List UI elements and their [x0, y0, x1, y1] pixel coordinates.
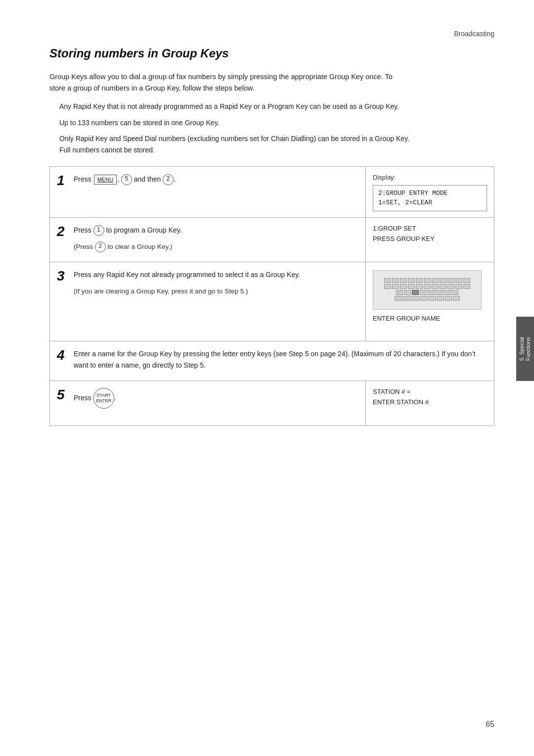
kb-k18	[432, 284, 439, 289]
step-3-right: ENTER GROUP NAME	[365, 262, 494, 341]
step-2-number: 2	[57, 225, 69, 238]
kb-k1	[384, 278, 391, 283]
kb-k16	[416, 284, 423, 289]
kb-k12	[384, 284, 391, 289]
key-2-step2: 2	[95, 241, 106, 252]
kb-k24	[404, 290, 411, 295]
kb-k37	[453, 296, 460, 301]
step-2-sub: (Press 2 to clear a Group Key.)	[74, 241, 356, 252]
step-5-display-line1: STATION # =	[373, 387, 487, 397]
side-tab-text: 5. SpecialFunctions	[519, 337, 532, 361]
steps-container: 1 Press MENU, 5 and then 2. Display: 2:G…	[49, 166, 494, 426]
kb-k15	[408, 284, 415, 289]
start-key-bottom: ENTER	[96, 398, 111, 404]
step-3-left: 3 Press any Rapid Key not already progra…	[50, 262, 365, 341]
step-5-left: 5 Press START ENTER .	[50, 381, 365, 425]
step-row-4: 4 Enter a name for the Group Key by pres…	[50, 341, 494, 381]
kb-k22	[463, 284, 470, 289]
step-1-display-label: Display:	[373, 173, 487, 183]
step-1-display-line1: 2:GROUP ENTRY MODE	[378, 189, 482, 198]
note2: Up to 133 numbers can be stored in one G…	[59, 117, 415, 128]
kb-k7	[432, 278, 439, 283]
kb-k2	[392, 278, 399, 283]
step-3-sub: (If you are clearing a Group Key, press …	[74, 286, 356, 297]
kb-row-4	[395, 296, 460, 301]
kb-k14	[400, 284, 407, 289]
kb-k29	[444, 290, 450, 295]
step-5-header: 5 Press START ENTER .	[57, 388, 356, 409]
kb-k10	[455, 278, 462, 283]
step-5-display-line2: ENTER STATION #	[373, 397, 487, 408]
step-3-content: Press any Rapid Key not already programm…	[74, 269, 356, 281]
kb-k8	[440, 278, 446, 283]
step-4-header: 4 Enter a name for the Group Key by pres…	[57, 348, 484, 371]
step-5-content: Press START ENTER .	[74, 388, 356, 409]
step-row-3: 3 Press any Rapid Key not already progra…	[50, 262, 494, 341]
kb-row-2	[384, 284, 470, 289]
start-enter-key: START ENTER	[93, 388, 114, 409]
kb-k17	[424, 284, 431, 289]
broadcasting-label: Broadcasting	[49, 30, 494, 38]
step-2-right: 1:GROUP SET PRESS GROUP KEY	[365, 218, 494, 262]
kb-k19	[440, 284, 446, 289]
kb-k27	[428, 290, 435, 295]
kb-k13	[392, 284, 399, 289]
kb-k4	[408, 278, 415, 283]
step-1-display-box: 2:GROUP ENTRY MODE 1=SET, 2=CLEAR	[373, 185, 487, 211]
kb-k33	[421, 296, 428, 301]
kb-k30	[451, 290, 458, 295]
step-5-number: 5	[57, 388, 69, 402]
kb-k20	[447, 284, 454, 289]
step-4-content: Enter a name for the Group Key by pressi…	[74, 348, 484, 371]
start-key-top: START	[96, 393, 111, 398]
kb-k35	[437, 296, 444, 301]
kb-k25-highlight	[412, 290, 419, 295]
step-row-5: 5 Press START ENTER . STATION # = ENTER …	[50, 381, 494, 425]
kb-k9	[447, 278, 454, 283]
page-number: 65	[486, 720, 494, 729]
kb-shift	[395, 296, 404, 301]
step-1-header: 1 Press MENU, 5 and then 2.	[57, 174, 356, 188]
step-3-number: 3	[57, 269, 69, 283]
note1: Any Rapid Key that is not already progra…	[59, 101, 415, 112]
step-4-left: 4 Enter a name for the Group Key by pres…	[50, 341, 494, 380]
step-2-display-line1: 1:GROUP SET	[373, 224, 487, 234]
menu-key: MENU	[94, 175, 117, 185]
step-2-header: 2 Press 1 to program a Group Key.	[57, 225, 356, 238]
kb-k11	[463, 278, 470, 283]
kb-k21	[455, 284, 462, 289]
step-3-display-text: ENTER GROUP NAME	[373, 314, 487, 324]
key-1-step2: 1	[93, 225, 104, 236]
kb-k3	[400, 278, 407, 283]
step-2-left: 2 Press 1 to program a Group Key. (Press…	[50, 218, 365, 262]
kb-k6	[424, 278, 431, 283]
side-tab: 5. SpecialFunctions	[516, 317, 534, 381]
intro-paragraph: Group Keys allow you to dial a group of …	[49, 71, 405, 94]
step-2-display-line2: PRESS GROUP KEY	[373, 234, 487, 244]
kb-k31	[405, 296, 412, 301]
step-1-content: Press MENU, 5 and then 2.	[74, 174, 356, 185]
kb-k28	[436, 290, 443, 295]
step-1-right: Display: 2:GROUP ENTRY MODE 1=SET, 2=CLE…	[365, 167, 494, 217]
step-2-content: Press 1 to program a Group Key.	[74, 225, 356, 236]
note3: Only Rapid Key and Speed Dial numbers (e…	[59, 133, 415, 155]
kb-k34	[429, 296, 436, 301]
section-title: Storing numbers in Group Keys	[49, 47, 494, 60]
page-container: Broadcasting Storing numbers in Group Ke…	[0, 0, 534, 756]
step-row-1: 1 Press MENU, 5 and then 2. Display: 2:G…	[50, 167, 494, 218]
step-3-header: 3 Press any Rapid Key not already progra…	[57, 269, 356, 283]
step-1-display-line2: 1=SET, 2=CLEAR	[378, 198, 482, 208]
kb-row-3	[396, 290, 458, 295]
kb-row-1	[384, 278, 470, 283]
keyboard-illustration	[373, 270, 482, 310]
step-1-number: 1	[57, 174, 69, 188]
kb-k32	[413, 296, 420, 301]
key-2: 2	[163, 174, 174, 185]
kb-k23	[396, 290, 403, 295]
step-4-number: 4	[57, 348, 69, 362]
kb-k36	[445, 296, 452, 301]
kb-k5	[416, 278, 423, 283]
step-5-right: STATION # = ENTER STATION #	[365, 381, 494, 425]
kb-k26	[420, 290, 427, 295]
step-1-left: 1 Press MENU, 5 and then 2.	[50, 167, 365, 217]
